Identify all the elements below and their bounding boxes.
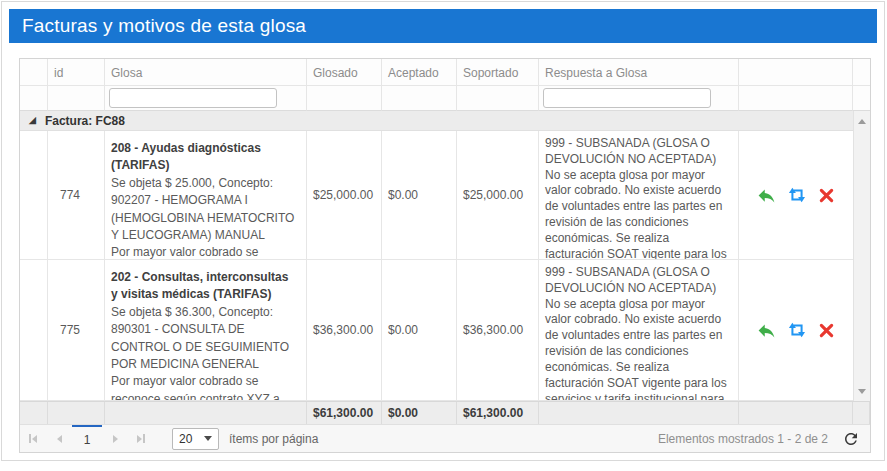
last-page-button[interactable] bbox=[128, 425, 154, 452]
cell-aceptado: $0.00 bbox=[382, 260, 457, 400]
responder-glosa-button[interactable] bbox=[756, 320, 777, 341]
vertical-scrollbar[interactable] bbox=[853, 111, 870, 401]
grid-filter-row bbox=[20, 86, 870, 111]
first-page-bar-icon bbox=[29, 434, 31, 443]
refresh-icon bbox=[842, 430, 860, 448]
grid-content: ◢ Factura: FC88 774 208 - Ayudas diagnós… bbox=[20, 111, 870, 401]
delete-glosa-button[interactable] bbox=[817, 321, 836, 340]
respuesta-title: 999 - SUBSANADA (GLOSA O DEVOLUCIÓN NO A… bbox=[545, 265, 730, 297]
reply-icon bbox=[756, 185, 777, 206]
delete-x-icon bbox=[817, 321, 836, 340]
glosa-motivo: Por mayor valor cobrado se reconoce segú… bbox=[111, 373, 298, 400]
column-header-soportado[interactable]: Soportado bbox=[457, 59, 539, 86]
column-header-aceptado[interactable]: Aceptado bbox=[382, 59, 457, 86]
respuesta-body: No se acepta glosa por mayor valor cobra… bbox=[545, 168, 730, 259]
group-label: Factura: FC88 bbox=[45, 114, 125, 128]
reiterar-glosa-button[interactable] bbox=[786, 319, 808, 341]
repeat-icon bbox=[786, 184, 808, 206]
triangle-left-icon bbox=[32, 435, 37, 443]
panel-header: Facturas y motivos de esta glosa bbox=[9, 9, 877, 43]
triangle-right-icon bbox=[137, 435, 142, 443]
respuesta-title: 999 - SUBSANADA (GLOSA O DEVOLUCIÓN NO A… bbox=[545, 136, 730, 168]
refresh-button[interactable] bbox=[842, 430, 860, 448]
glosa-motivo: Por mayor valor cobrado se reconoce segú… bbox=[111, 244, 298, 259]
cell-respuesta: 999 - SUBSANADA (GLOSA O DEVOLUCIÓN NO A… bbox=[539, 131, 739, 259]
chevron-down-icon bbox=[204, 436, 212, 441]
cell-glosa: 202 - Consultas, interconsultas y visita… bbox=[105, 260, 307, 400]
page-number-current[interactable]: 1 bbox=[72, 425, 102, 452]
next-page-button[interactable] bbox=[102, 425, 128, 452]
hierarchy-column-header bbox=[20, 59, 48, 86]
items-per-page-label: ítems por página bbox=[229, 432, 318, 446]
cell-glosa: 208 - Ayudas diagnósticas (TARIFAS) Se o… bbox=[105, 131, 307, 259]
totals-cell-id bbox=[48, 402, 105, 424]
totals-cell-actions bbox=[739, 402, 853, 424]
previous-page-button[interactable] bbox=[46, 425, 72, 452]
column-header-respuesta[interactable]: Respuesta a Glosa bbox=[539, 59, 739, 86]
grid-pager: 1 20 ítems por página Elementos mostrado… bbox=[20, 424, 870, 452]
group-indent-cell bbox=[20, 131, 48, 259]
cell-actions bbox=[739, 131, 853, 259]
reiterar-glosa-button[interactable] bbox=[786, 184, 808, 206]
page-title: Facturas y motivos de esta glosa bbox=[22, 15, 306, 37]
cell-soportado: $25,000.00 bbox=[457, 131, 539, 259]
facturas-grid: id Glosa Glosado Aceptado Soportado Resp… bbox=[19, 58, 871, 453]
glosa-title: 208 - Ayudas diagnósticas (TARIFAS) bbox=[111, 140, 298, 175]
totals-cell-empty bbox=[20, 402, 48, 424]
table-row[interactable]: 774 208 - Ayudas diagnósticas (TARIFAS) … bbox=[20, 131, 853, 260]
delete-glosa-button[interactable] bbox=[817, 186, 836, 205]
page-size-value: 20 bbox=[179, 432, 192, 446]
glosa-title: 202 - Consultas, interconsultas y visita… bbox=[111, 269, 298, 304]
cell-id: 775 bbox=[48, 260, 105, 400]
cell-glosado: $25,000.00 bbox=[307, 131, 382, 259]
delete-x-icon bbox=[817, 186, 836, 205]
totals-scrollbar-spacer bbox=[853, 402, 870, 424]
column-header-glosado[interactable]: Glosado bbox=[307, 59, 382, 86]
scrollbar-down-button[interactable] bbox=[854, 383, 870, 399]
first-page-button[interactable] bbox=[20, 425, 46, 452]
pager-summary: Elementos mostrados 1 - 2 de 2 bbox=[658, 432, 828, 446]
totals-aceptado: $0.00 bbox=[382, 402, 457, 424]
grid-header-row: id Glosa Glosado Aceptado Soportado Resp… bbox=[20, 59, 870, 86]
totals-cell-glosa bbox=[105, 402, 307, 424]
respuesta-filter-input[interactable] bbox=[543, 88, 711, 108]
triangle-down-icon bbox=[858, 389, 866, 394]
totals-soportado: $61,300.00 bbox=[457, 402, 539, 424]
filter-scrollbar-spacer bbox=[853, 86, 870, 111]
group-row-factura[interactable]: ◢ Factura: FC88 bbox=[20, 111, 853, 131]
filter-cell-empty bbox=[20, 86, 48, 111]
reply-icon bbox=[756, 320, 777, 341]
totals-cell-respuesta bbox=[539, 402, 739, 424]
column-header-id[interactable]: id bbox=[48, 59, 105, 86]
cell-soportado: $36,300.00 bbox=[457, 260, 539, 400]
repeat-icon bbox=[786, 319, 808, 341]
table-row[interactable]: 775 202 - Consultas, interconsultas y vi… bbox=[20, 260, 853, 401]
cell-id: 774 bbox=[48, 131, 105, 259]
filter-cell-soportado bbox=[457, 86, 539, 111]
collapse-group-icon[interactable]: ◢ bbox=[29, 116, 36, 125]
cell-glosado: $36,300.00 bbox=[307, 260, 382, 400]
filter-cell-respuesta bbox=[539, 86, 739, 111]
responder-glosa-button[interactable] bbox=[756, 185, 777, 206]
filter-cell-glosado bbox=[307, 86, 382, 111]
group-indent-cell bbox=[20, 260, 48, 400]
filter-cell-actions bbox=[739, 86, 853, 111]
last-page-bar-icon bbox=[143, 434, 145, 443]
respuesta-body: No se acepta glosa por mayor valor cobra… bbox=[545, 297, 730, 400]
grid-totals-row: $61,300.00 $0.00 $61,300.00 bbox=[20, 401, 870, 424]
scrollbar-header-spacer bbox=[853, 59, 870, 86]
filter-cell-id bbox=[48, 86, 105, 111]
facturas-panel: Facturas y motivos de esta glosa id Glos… bbox=[1, 1, 885, 461]
page-size-dropdown[interactable]: 20 bbox=[172, 428, 219, 450]
scrollbar-up-button[interactable] bbox=[854, 113, 870, 129]
triangle-right-icon bbox=[113, 435, 118, 443]
cell-actions bbox=[739, 260, 853, 400]
totals-glosado: $61,300.00 bbox=[307, 402, 382, 424]
column-header-actions bbox=[739, 59, 853, 86]
column-header-glosa[interactable]: Glosa bbox=[105, 59, 307, 86]
filter-cell-glosa bbox=[105, 86, 307, 111]
cell-respuesta: 999 - SUBSANADA (GLOSA O DEVOLUCIÓN NO A… bbox=[539, 260, 739, 400]
glosa-detail: Se objeta $ 25.000, Concepto: 902207 - H… bbox=[111, 175, 298, 245]
triangle-left-icon bbox=[57, 435, 62, 443]
glosa-filter-input[interactable] bbox=[109, 88, 277, 108]
